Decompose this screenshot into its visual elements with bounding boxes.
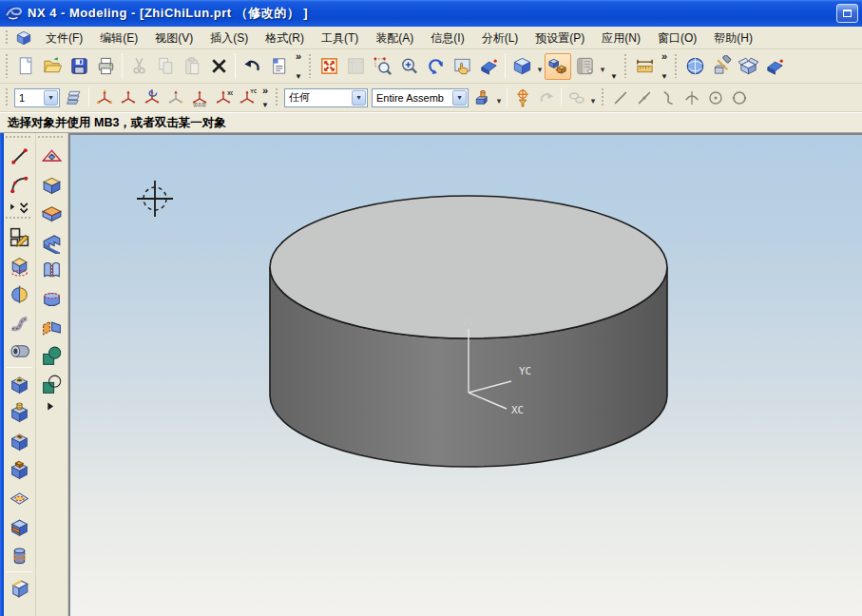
toolbar-overflow[interactable]: »▼ xyxy=(259,85,272,110)
menu-help[interactable]: 帮助(H) xyxy=(705,29,761,48)
cut-button[interactable] xyxy=(125,53,152,80)
toolbar-grip[interactable] xyxy=(5,88,9,106)
toolbar-overflow[interactable]: »▼ xyxy=(292,50,305,82)
save-button[interactable] xyxy=(66,53,92,80)
role-gateway-button[interactable] xyxy=(681,53,708,80)
pan-view-button[interactable] xyxy=(449,53,475,80)
toolbar-grip[interactable] xyxy=(275,88,278,106)
combo-arrow-icon[interactable]: ▾ xyxy=(452,90,467,106)
snap-endpoint-button[interactable] xyxy=(608,86,632,109)
selection-filter-combo[interactable]: 任何▾ xyxy=(284,88,368,107)
new-button[interactable] xyxy=(12,53,39,80)
fill-view-button[interactable] xyxy=(342,53,369,80)
zoom-in-out-button[interactable] xyxy=(395,53,422,80)
dropdown-arrow[interactable]: ▾ xyxy=(598,59,607,74)
menu-information[interactable]: 信息(I) xyxy=(422,29,472,48)
menu-view[interactable]: 视图(V) xyxy=(146,29,201,48)
toolbar-overflow[interactable]: ▼ xyxy=(607,50,621,82)
tube-button[interactable] xyxy=(6,337,32,364)
toolbar-grip[interactable] xyxy=(623,54,627,78)
wcs-origin-button[interactable] xyxy=(116,86,140,109)
fit-view-button[interactable] xyxy=(316,53,342,80)
layer-settings-button[interactable] xyxy=(62,86,86,109)
pocket-button[interactable] xyxy=(6,428,32,454)
open-button[interactable] xyxy=(39,53,66,80)
menu-file[interactable]: 文件(F) xyxy=(37,29,91,48)
chain-select-button[interactable] xyxy=(565,86,588,109)
unite-button[interactable] xyxy=(38,342,65,369)
menu-window[interactable]: 窗口(O) xyxy=(649,29,705,48)
snap-point-filter-button[interactable] xyxy=(510,86,534,109)
selection-scope-combo[interactable]: Entire Assemb▾ xyxy=(372,88,469,107)
zoom-box-button[interactable] xyxy=(369,53,395,80)
menu-tools[interactable]: 工具(T) xyxy=(313,29,367,48)
sweep-button[interactable] xyxy=(6,309,32,336)
slot-button[interactable] xyxy=(6,485,32,511)
toolbar-grip[interactable] xyxy=(308,54,312,78)
menu-application[interactable]: 应用(N) xyxy=(593,29,649,48)
resource-bar-button[interactable] xyxy=(571,53,598,80)
dropdown-arrow[interactable]: ▾ xyxy=(494,90,504,106)
orient-view-button[interactable] xyxy=(508,53,535,80)
extrude-button[interactable] xyxy=(6,252,32,279)
hole-button[interactable] xyxy=(6,371,32,397)
datum-plane-button[interactable] xyxy=(38,143,65,169)
measure-distance-button[interactable] xyxy=(631,53,658,80)
dropdown-arrow[interactable]: ▾ xyxy=(588,90,598,106)
trim-body-button[interactable] xyxy=(38,285,65,312)
wcs-xc-button[interactable]: XC xyxy=(211,86,235,109)
thread-button[interactable] xyxy=(6,542,32,568)
block-button[interactable] xyxy=(38,171,65,198)
combo-arrow-icon[interactable]: ▾ xyxy=(352,90,366,106)
toolbar-grip[interactable] xyxy=(6,136,32,140)
delete-button[interactable] xyxy=(205,53,232,80)
line-button[interactable] xyxy=(6,143,32,169)
window-restore-button[interactable] xyxy=(836,4,858,23)
snap-point-on-curve-button[interactable] xyxy=(656,86,680,109)
undo-button[interactable] xyxy=(239,53,265,80)
menu-insert[interactable]: 插入(S) xyxy=(201,29,257,48)
copy-button[interactable] xyxy=(152,53,179,80)
clipped-app-button[interactable] xyxy=(761,53,788,80)
wcs-yc-button[interactable]: YC xyxy=(235,86,259,109)
menu-assemblies[interactable]: 装配(A) xyxy=(367,29,422,48)
snap-center-button[interactable] xyxy=(703,86,727,109)
unpack-app-button[interactable] xyxy=(735,53,761,80)
work-layer-combo[interactable]: 1▾ xyxy=(14,88,60,107)
curve-overflow-button[interactable] xyxy=(6,200,32,213)
menu-format[interactable]: 格式(R) xyxy=(257,29,313,48)
menu-edit[interactable]: 编辑(E) xyxy=(91,29,146,48)
menubar-grip[interactable] xyxy=(5,30,9,45)
menu-preferences[interactable]: 预设置(P) xyxy=(527,29,593,48)
toolbar-grip[interactable] xyxy=(601,88,604,106)
snap-circle-button[interactable] xyxy=(727,86,751,109)
dropdown-arrow[interactable]: ▾ xyxy=(535,59,545,74)
print-button[interactable] xyxy=(92,53,119,80)
wcs-set-origin-button[interactable]: (0,0,0) xyxy=(187,86,211,109)
properties-button[interactable] xyxy=(265,53,292,80)
toolbar-grip[interactable] xyxy=(674,54,678,78)
work-part-button[interactable] xyxy=(470,86,494,109)
toolbar-grip[interactable] xyxy=(6,217,32,221)
offset-face-button[interactable] xyxy=(38,228,65,255)
paste-button[interactable] xyxy=(179,53,205,80)
trimmed-sheet-button[interactable] xyxy=(38,200,65,226)
sew-button[interactable] xyxy=(38,257,65,283)
graphics-viewport[interactable]: ZC YC XC xyxy=(68,133,862,616)
toolbar-overflow[interactable]: »▼ xyxy=(658,50,671,82)
boss-button[interactable] xyxy=(6,399,32,426)
redo-button[interactable] xyxy=(534,86,558,109)
manufacturing-app-button[interactable] xyxy=(708,53,735,80)
toolbar-grip[interactable] xyxy=(5,54,9,78)
shaded-view-button[interactable] xyxy=(475,53,502,80)
groove-button[interactable] xyxy=(6,513,32,540)
snap-quadrant-button[interactable] xyxy=(680,86,703,109)
wcs-dynamics-button[interactable] xyxy=(92,86,116,109)
chamfer-button[interactable] xyxy=(6,575,32,602)
rotate-view-button[interactable] xyxy=(422,53,449,80)
toolbar-grip[interactable] xyxy=(38,136,65,140)
revolve-button[interactable] xyxy=(6,280,32,307)
combo-arrow-icon[interactable]: ▾ xyxy=(44,90,58,106)
split-body-button[interactable] xyxy=(38,314,65,340)
move-object-button[interactable] xyxy=(545,53,571,80)
